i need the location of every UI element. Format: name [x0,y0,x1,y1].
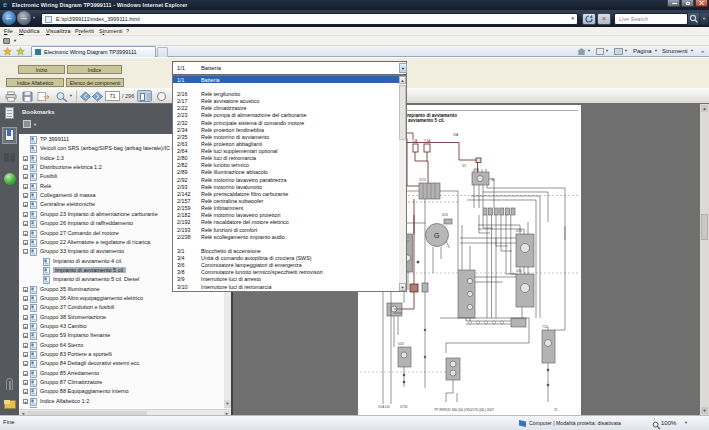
svg-text:71: 71 [554,408,558,412]
svg-text:30: 30 [491,178,495,182]
svg-text:31/A 140: 31/A 140 [378,405,390,409]
svg-text:7.5A: 7.5A [424,139,430,143]
svg-text:30A: 30A [453,133,458,137]
svg-text:15A: 15A [412,139,417,143]
svg-text:4/56: 4/56 [516,269,522,273]
svg-text:47/30: 47/30 [400,405,408,409]
svg-text:3/1: 3/1 [462,164,467,168]
svg-text:6/26: 6/26 [442,213,448,217]
svg-text:avviamento 5 cil.: avviamento 5 cil. [408,118,445,123]
svg-text:G: G [434,232,439,239]
svg-text:TP 3999111 S40 (04-)/V50/C70 (: TP 3999111 S40 (04-)/V50/C70 (06-) 2007 [434,408,494,412]
svg-text:4/56: 4/56 [516,229,522,233]
svg-text:Impianto di avviamento: Impianto di avviamento [406,113,457,118]
svg-text:7/26: 7/26 [542,325,548,329]
svg-text:SW: SW [474,168,479,172]
svg-text:11/15: 11/15 [419,178,427,182]
svg-text:6/26: 6/26 [398,342,404,346]
